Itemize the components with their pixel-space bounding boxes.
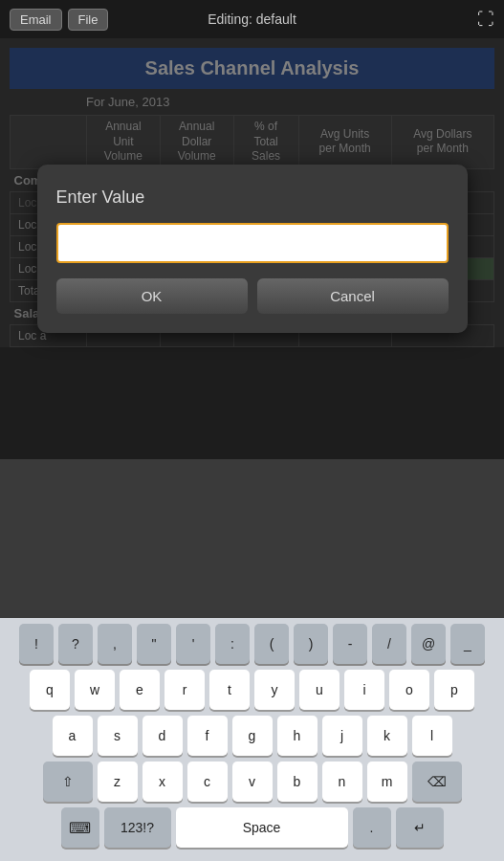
key-rparen[interactable]: ): [294, 624, 328, 664]
key-colon[interactable]: :: [215, 624, 250, 664]
key-lparen[interactable]: (: [254, 624, 289, 664]
key-p[interactable]: p: [434, 670, 474, 710]
value-input[interactable]: [56, 223, 449, 263]
key-d[interactable]: d: [142, 716, 183, 756]
top-bar: Email File Editing: default ⛶: [0, 0, 504, 38]
key-i[interactable]: i: [344, 670, 384, 710]
keyboard-row-3: ⇧ z x c v b n m ⌫: [4, 762, 500, 802]
keyboard: ! ? , " ' : ( ) - / @ _ q w e r t y u i …: [0, 618, 504, 861]
key-n[interactable]: n: [322, 762, 362, 802]
emoji-key[interactable]: ⌨: [61, 807, 99, 848]
key-slash[interactable]: /: [372, 624, 406, 664]
dialog-overlay: Enter Value OK Cancel: [0, 38, 504, 459]
key-u[interactable]: u: [299, 670, 340, 710]
keyboard-row-1: q w e r t y u i o p: [4, 670, 500, 710]
key-dash[interactable]: -: [333, 624, 367, 664]
key-h[interactable]: h: [277, 716, 318, 756]
key-r[interactable]: r: [164, 670, 205, 710]
key-j[interactable]: j: [322, 716, 362, 756]
ok-button[interactable]: OK: [56, 278, 248, 314]
key-f[interactable]: f: [187, 716, 228, 756]
key-l[interactable]: l: [412, 716, 452, 756]
file-button[interactable]: File: [68, 9, 109, 31]
top-bar-left: Email File: [10, 9, 108, 31]
key-g[interactable]: g: [232, 716, 273, 756]
key-y[interactable]: y: [254, 670, 295, 710]
punctuation-row: ! ? , " ' : ( ) - / @ _: [4, 624, 500, 664]
key-at[interactable]: @: [411, 624, 446, 664]
key-e[interactable]: e: [120, 670, 160, 710]
dialog-buttons: OK Cancel: [56, 278, 449, 314]
shift-key[interactable]: ⇧: [43, 762, 93, 802]
key-x[interactable]: x: [142, 762, 183, 802]
symbols-key[interactable]: 123!?: [104, 807, 171, 848]
key-q[interactable]: q: [30, 670, 70, 710]
key-v[interactable]: v: [232, 762, 273, 802]
email-button[interactable]: Email: [10, 9, 62, 31]
key-underscore[interactable]: _: [450, 624, 485, 664]
key-apostrophe[interactable]: ': [176, 624, 210, 664]
editing-title: Editing: default: [208, 11, 296, 27]
key-z[interactable]: z: [98, 762, 138, 802]
period-key[interactable]: .: [353, 807, 391, 848]
content-area: Sales Channel Analysis For June, 2013 An…: [0, 38, 504, 347]
key-k[interactable]: k: [367, 716, 407, 756]
return-key[interactable]: ↵: [396, 807, 444, 848]
backspace-key[interactable]: ⌫: [412, 762, 462, 802]
key-question[interactable]: ?: [58, 624, 93, 664]
key-o[interactable]: o: [389, 670, 429, 710]
expand-icon[interactable]: ⛶: [477, 10, 494, 30]
keyboard-row-2: a s d f g h j k l: [4, 716, 500, 756]
key-w[interactable]: w: [75, 670, 115, 710]
keyboard-bottom-row: ⌨ 123!? Space . ↵: [4, 807, 500, 848]
key-m[interactable]: m: [367, 762, 407, 802]
key-comma[interactable]: ,: [98, 624, 132, 664]
key-s[interactable]: s: [98, 716, 138, 756]
key-b[interactable]: b: [277, 762, 318, 802]
key-t[interactable]: t: [209, 670, 250, 710]
key-quote[interactable]: ": [137, 624, 171, 664]
cancel-button[interactable]: Cancel: [257, 278, 449, 314]
key-exclaim[interactable]: !: [19, 624, 54, 664]
space-key[interactable]: Space: [176, 807, 348, 848]
dialog-title: Enter Value: [56, 188, 449, 208]
enter-value-dialog: Enter Value OK Cancel: [37, 165, 468, 333]
key-c[interactable]: c: [187, 762, 228, 802]
key-a[interactable]: a: [53, 716, 93, 756]
